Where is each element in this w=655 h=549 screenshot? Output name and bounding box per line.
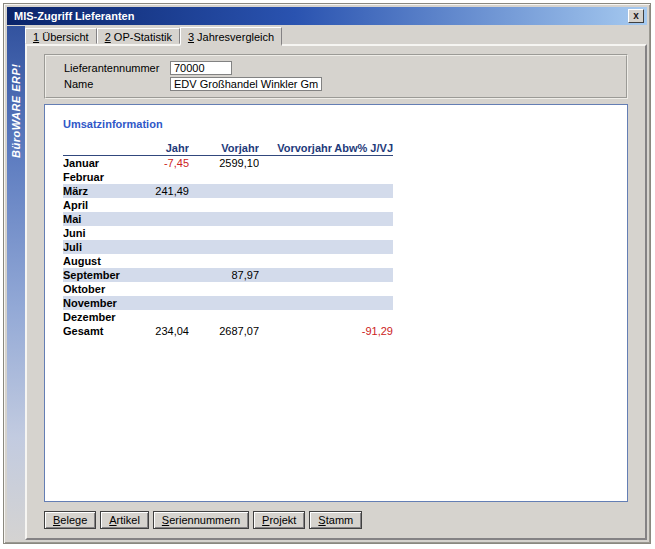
umsatz-table: JahrVorjahrVorvorjahrAbw% J/VJ Januar-7,… — [63, 141, 393, 338]
table-row: November — [63, 296, 393, 310]
supplier-groupbox: Lieferantennummer Name — [44, 54, 628, 99]
month-label: Juli — [63, 240, 153, 254]
month-label: Januar — [63, 156, 153, 170]
month-label: Mai — [63, 212, 153, 226]
belege-button[interactable]: Belege — [44, 511, 96, 529]
title-bar[interactable]: MIS-Zugriff Lieferanten x — [7, 7, 647, 25]
button-bar: BelegeArtikelSeriennummernProjektStamm — [44, 511, 628, 529]
column-header: Vorjahr — [189, 141, 259, 155]
table-row: Dezember — [63, 310, 393, 324]
value-cell: 234,04 — [153, 324, 189, 338]
month-label: November — [63, 296, 153, 310]
umsatz-panel: Umsatzinformation JahrVorjahrVorvorjahrA… — [44, 104, 628, 502]
value-cell: -91,29 — [332, 324, 393, 338]
lieferantennummer-input[interactable] — [170, 61, 232, 75]
field-row-number: Lieferantennummer — [64, 60, 616, 76]
tab-bar: 1 Übersicht2 OP-Statistik3 Jahresverglei… — [25, 26, 647, 44]
window-title: MIS-Zugriff Lieferanten — [14, 10, 628, 22]
month-label: September — [63, 268, 153, 282]
table-row: Oktober — [63, 282, 393, 296]
table-row: Gesamt234,042687,07-91,29 — [63, 324, 393, 338]
value-cell: -7,45 — [153, 156, 189, 170]
table-row: Juni — [63, 226, 393, 240]
month-label: Gesamt — [63, 324, 153, 338]
value-cell: 241,49 — [153, 184, 189, 198]
tab-1-bersicht[interactable]: 1 Übersicht — [25, 28, 97, 44]
table-row: Februar — [63, 170, 393, 184]
column-header: Vorvorjahr — [259, 141, 332, 155]
table-header-row: JahrVorjahrVorvorjahrAbw% J/VJ — [63, 141, 393, 156]
value-cell: 2687,07 — [189, 324, 259, 338]
lieferantennummer-label: Lieferantennummer — [64, 62, 170, 74]
name-label: Name — [64, 78, 170, 90]
column-header: Abw% J/VJ — [332, 141, 393, 155]
projekt-button[interactable]: Projekt — [253, 511, 305, 529]
table-row: Juli — [63, 240, 393, 254]
month-label: April — [63, 198, 153, 212]
month-label: August — [63, 254, 153, 268]
value-cell: 2599,10 — [189, 156, 259, 170]
brand-strip: BüroWARE ERP! — [7, 26, 25, 540]
window-body: BüroWARE ERP! 1 Übersicht2 OP-Statistik3… — [7, 26, 647, 540]
table-row: April — [63, 198, 393, 212]
table-body: Januar-7,452599,10FebruarMärz241,49April… — [63, 156, 393, 338]
month-label: Juni — [63, 226, 153, 240]
month-label: März — [63, 184, 153, 198]
tab-content: Lieferantennummer Name Umsatzinformation… — [25, 44, 647, 540]
app-window: MIS-Zugriff Lieferanten x BüroWARE ERP! … — [3, 3, 651, 544]
tab-3-jahresvergleich[interactable]: 3 Jahresvergleich — [180, 27, 282, 46]
stamm-button[interactable]: Stamm — [309, 511, 362, 529]
month-label: Dezember — [63, 310, 153, 324]
main-area: 1 Übersicht2 OP-Statistik3 Jahresverglei… — [25, 26, 647, 540]
tab-2-op-statistik[interactable]: 2 OP-Statistik — [97, 28, 180, 44]
close-button[interactable]: x — [628, 9, 644, 23]
close-icon: x — [633, 10, 639, 21]
field-row-name: Name — [64, 76, 616, 92]
table-row: März241,49 — [63, 184, 393, 198]
value-cell: 87,97 — [189, 268, 259, 282]
table-row: Mai — [63, 212, 393, 226]
column-header: Jahr — [153, 141, 189, 155]
month-label: Februar — [63, 170, 153, 184]
artikel-button[interactable]: Artikel — [100, 511, 149, 529]
table-row: Januar-7,452599,10 — [63, 156, 393, 170]
table-row: September87,97 — [63, 268, 393, 282]
panel-title: Umsatzinformation — [63, 118, 627, 130]
brand-text: BüroWARE ERP! — [10, 64, 22, 159]
seriennummern-button[interactable]: Seriennummern — [153, 511, 249, 529]
table-row: August — [63, 254, 393, 268]
name-input[interactable] — [170, 77, 322, 91]
month-label: Oktober — [63, 282, 153, 296]
